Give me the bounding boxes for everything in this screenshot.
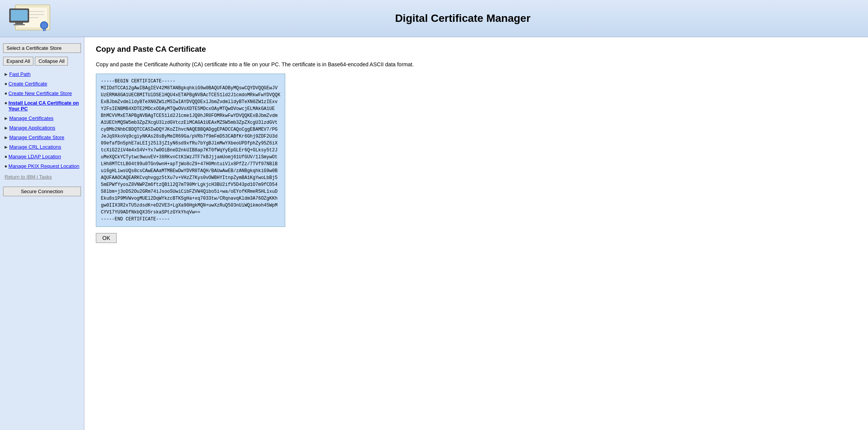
sidebar-link-manage-applications[interactable]: Manage Applications [9, 125, 55, 131]
secure-connection-button[interactable]: Secure Connection [3, 187, 81, 196]
sidebar-item-manage-pkix-request[interactable]: Manage PKIX Request Location [0, 161, 84, 171]
return-to-ibm-anchor[interactable]: Return to IBM i Tasks [5, 174, 52, 180]
sidebar-item-fast-path[interactable]: Fast Path [0, 69, 84, 79]
header-logo [8, 3, 58, 34]
sidebar-link-manage-pkix-request[interactable]: Manage PKIX Request Location [8, 163, 79, 169]
svg-rect-7 [15, 22, 23, 24]
return-to-ibm-link[interactable]: Return to IBM i Tasks [0, 171, 84, 183]
select-cert-store-button[interactable]: Select a Certificate Store [3, 43, 81, 53]
header: Digital Certificate Manager [0, 0, 868, 37]
sidebar-link-manage-certificates[interactable]: Manage Certificates [9, 115, 54, 121]
page-main-title: Digital Certificate Manager [65, 12, 860, 25]
sidebar-link-manage-cert-store[interactable]: Manage Certificate Store [9, 135, 64, 140]
main-layout: Select a Certificate Store Expand All Co… [0, 37, 868, 430]
sidebar-nav: Fast Path Create Certificate Create New … [0, 69, 84, 171]
svg-rect-6 [11, 10, 28, 21]
content-title: Copy and Paste CA Certificate [96, 45, 856, 54]
certificate-text-box[interactable]: -----BEGIN CERTIFICATE----- MIIDdTCCA12g… [96, 74, 285, 227]
sidebar-link-manage-ldap-location[interactable]: Manage LDAP Location [8, 154, 61, 159]
ok-button[interactable]: OK [96, 233, 117, 243]
sidebar-link-install-local-ca[interactable]: Install Local CA Certificate on Your PC [8, 100, 80, 112]
collapse-all-button[interactable]: Collapse All [35, 57, 68, 66]
sidebar-item-create-certificate[interactable]: Create Certificate [0, 79, 84, 89]
sidebar-item-manage-cert-store[interactable]: Manage Certificate Store [0, 133, 84, 142]
sidebar-item-manage-ldap-location[interactable]: Manage LDAP Location [0, 152, 84, 161]
sidebar-link-create-certificate[interactable]: Create Certificate [8, 81, 47, 87]
sidebar-link-manage-crl-locations[interactable]: Manage CRL Locations [9, 144, 61, 150]
expand-all-button[interactable]: Expand All [3, 57, 33, 66]
sidebar: Select a Certificate Store Expand All Co… [0, 37, 84, 430]
content-area: Copy and Paste CA Certificate Copy and p… [84, 37, 868, 430]
sidebar-item-manage-applications[interactable]: Manage Applications [0, 123, 84, 133]
header-title-area: Digital Certificate Manager [65, 12, 860, 25]
sidebar-item-manage-certificates[interactable]: Manage Certificates [0, 113, 84, 123]
expand-collapse-row: Expand All Collapse All [3, 57, 81, 66]
sidebar-item-create-new-cert-store[interactable]: Create New Certificate Store [0, 89, 84, 98]
content-description: Copy and paste the Certificate Authority… [96, 61, 856, 67]
sidebar-item-manage-crl-locations[interactable]: Manage CRL Locations [0, 142, 84, 152]
svg-point-10 [41, 23, 47, 28]
svg-rect-11 [43, 28, 44, 31]
sidebar-link-fast-path[interactable]: Fast Path [9, 71, 31, 77]
sidebar-link-create-new-cert-store[interactable]: Create New Certificate Store [8, 90, 72, 96]
sidebar-item-install-local-ca[interactable]: Install Local CA Certificate on Your PC [0, 98, 84, 113]
svg-rect-8 [13, 24, 25, 25]
svg-rect-12 [44, 28, 46, 31]
